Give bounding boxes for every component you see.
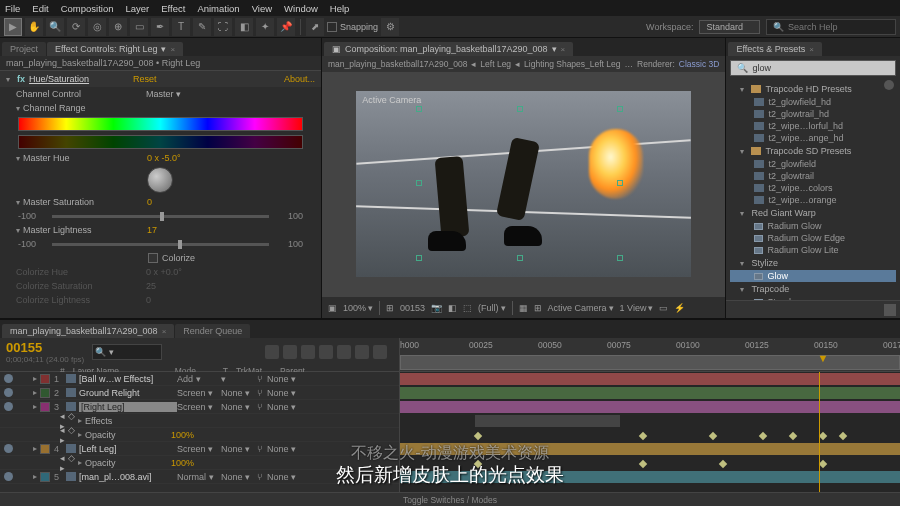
master-light-value[interactable]: 17	[147, 225, 157, 235]
menu-help[interactable]: Help	[330, 3, 350, 14]
keyframe-icon[interactable]	[789, 432, 797, 440]
close-icon[interactable]: ×	[170, 45, 175, 54]
text-tool-icon[interactable]: T	[172, 18, 190, 36]
anchor-tool-icon[interactable]: ⊕	[109, 18, 127, 36]
clear-search-icon[interactable]	[884, 80, 894, 90]
camera-dropdown[interactable]: Active Camera ▾	[548, 303, 614, 313]
preset-item[interactable]: Glow	[730, 270, 896, 282]
search-help-input[interactable]: 🔍Search Help	[766, 19, 896, 35]
preset-search-input[interactable]: 🔍glow	[730, 60, 896, 76]
menu-file[interactable]: File	[5, 3, 20, 14]
local-axis-icon[interactable]: ⬈	[306, 18, 324, 36]
preset-item[interactable]: t2_glowfield	[730, 158, 896, 170]
toggle-switches-button[interactable]: Toggle Switches / Modes	[0, 492, 900, 506]
preview-time-icon[interactable]: ⊞	[386, 303, 394, 313]
channel-control-dropdown[interactable]: Master ▾	[146, 89, 181, 99]
preset-folder[interactable]: ▾ Red Giant Warp	[730, 206, 896, 220]
tab-timeline-comp[interactable]: man_playing_basketball17A290_008 ×	[2, 324, 174, 338]
puppet-tool-icon[interactable]: 📌	[277, 18, 295, 36]
visibility-icon[interactable]	[4, 444, 13, 453]
preset-item[interactable]: Radium Glow	[730, 220, 896, 232]
hue-range-gradient[interactable]	[18, 135, 303, 149]
menu-view[interactable]: View	[252, 3, 272, 14]
shy-icon[interactable]	[301, 345, 315, 359]
roto-tool-icon[interactable]: ✦	[256, 18, 274, 36]
keyframe-icon[interactable]	[819, 432, 827, 440]
snapshot-icon[interactable]: 📷	[431, 303, 442, 313]
disclosure-icon[interactable]: ▾	[6, 75, 10, 84]
preset-item[interactable]: t2_wipe…ange_hd	[730, 132, 896, 144]
tab-composition[interactable]: ▣ Composition: man_playing_basketball17A…	[324, 42, 573, 56]
light-slider[interactable]	[52, 243, 269, 246]
tab-effect-controls[interactable]: Effect Controls: Right Leg ▾×	[47, 42, 183, 56]
brainstorm-icon[interactable]	[373, 345, 387, 359]
menu-animation[interactable]: Animation	[197, 3, 239, 14]
keyframe-icon[interactable]	[719, 460, 727, 468]
preset-item[interactable]: t2_wipe…colors	[730, 182, 896, 194]
keyframe-icon[interactable]	[474, 432, 482, 440]
layer-property-row[interactable]: ◂ ◇ ▸ ▸ Opacity100%	[0, 456, 399, 470]
frameblend-icon[interactable]	[319, 345, 333, 359]
preset-folder[interactable]: ▾ Stylize	[730, 256, 896, 270]
channel-icon[interactable]: ◧	[448, 303, 457, 313]
preset-item[interactable]: t2_glowtrail	[730, 170, 896, 182]
preset-item[interactable]: t2_glowfield_hd	[730, 96, 896, 108]
close-icon[interactable]: ×	[809, 45, 814, 54]
layer-property-row[interactable]: ◂ ◇ ▸ ▸ Opacity100%	[0, 428, 399, 442]
visibility-icon[interactable]	[4, 374, 13, 383]
stamp-tool-icon[interactable]: ⛶	[214, 18, 232, 36]
zoom-dropdown[interactable]: 100% ▾	[343, 303, 373, 313]
rotate-tool-icon[interactable]: ⟳	[67, 18, 85, 36]
pen-tool-icon[interactable]: ✒	[151, 18, 169, 36]
timeline-search-input[interactable]: 🔍▾	[92, 344, 162, 360]
hue-gradient[interactable]	[18, 117, 303, 131]
dropdown-icon[interactable]: ▾	[161, 44, 166, 54]
mask-toggle-icon[interactable]: ▣	[328, 303, 337, 313]
keyframe-icon[interactable]	[639, 432, 647, 440]
track-area[interactable]	[400, 372, 900, 492]
close-icon[interactable]: ×	[561, 45, 566, 54]
brush-tool-icon[interactable]: ✎	[193, 18, 211, 36]
layer-bar[interactable]	[400, 373, 900, 385]
hand-tool-icon[interactable]: ✋	[25, 18, 43, 36]
visibility-icon[interactable]	[4, 388, 13, 397]
effect-header[interactable]: ▾ fx Hue/Saturation Reset About...	[0, 71, 321, 87]
eraser-tool-icon[interactable]: ◧	[235, 18, 253, 36]
pixel-aspect-icon[interactable]: ▭	[659, 303, 668, 313]
master-hue-value[interactable]: 0 x -5.0°	[147, 153, 181, 163]
viewer[interactable]: Active Camera	[322, 72, 726, 296]
region-icon[interactable]: ▦	[519, 303, 528, 313]
new-bin-icon[interactable]	[884, 304, 896, 316]
keyframe-icon[interactable]	[759, 432, 767, 440]
selection-tool-icon[interactable]: ▶	[4, 18, 22, 36]
close-icon[interactable]: ×	[162, 327, 167, 336]
color-swatch[interactable]	[40, 374, 50, 384]
preset-folder[interactable]: ▾ Trapcode HD Presets	[730, 82, 896, 96]
keyframe-icon[interactable]	[709, 432, 717, 440]
renderer-dropdown[interactable]: Classic 3D	[679, 59, 720, 69]
zoom-tool-icon[interactable]: 🔍	[46, 18, 64, 36]
color-swatch[interactable]	[40, 402, 50, 412]
tab-project[interactable]: Project	[2, 42, 46, 56]
about-link[interactable]: About...	[284, 74, 315, 84]
layer-bar[interactable]	[400, 443, 900, 455]
keyframe-icon[interactable]	[639, 460, 647, 468]
tab-effects-presets[interactable]: Effects & Presets ×	[728, 42, 822, 56]
current-timecode[interactable]: 00155	[6, 340, 84, 355]
rgb-icon[interactable]: ⬚	[463, 303, 472, 313]
layer-bar[interactable]	[400, 401, 900, 413]
tab-render-queue[interactable]: Render Queue	[175, 324, 250, 338]
comp-mini-icon[interactable]	[265, 345, 279, 359]
snapping-checkbox[interactable]	[327, 22, 337, 32]
views-dropdown[interactable]: 1 View ▾	[620, 303, 654, 313]
preset-item[interactable]: Radium Glow Edge	[730, 232, 896, 244]
fx-badge-icon[interactable]: fx	[17, 74, 25, 84]
preset-folder[interactable]: ▾ Trapcode	[730, 282, 896, 296]
menu-composition[interactable]: Composition	[61, 3, 114, 14]
fast-preview-icon[interactable]: ⚡	[674, 303, 685, 313]
menu-window[interactable]: Window	[284, 3, 318, 14]
layer-row[interactable]: ▸5[man_pl…008.avi]Normal ▾None ▾⑂None ▾	[0, 470, 399, 484]
preset-folder[interactable]: ▾ Trapcode SD Presets	[730, 144, 896, 158]
time-ruler[interactable]: h00000025000500007500100001250015000175 …	[400, 338, 900, 371]
preset-item[interactable]: t2_wipe…orange	[730, 194, 896, 206]
